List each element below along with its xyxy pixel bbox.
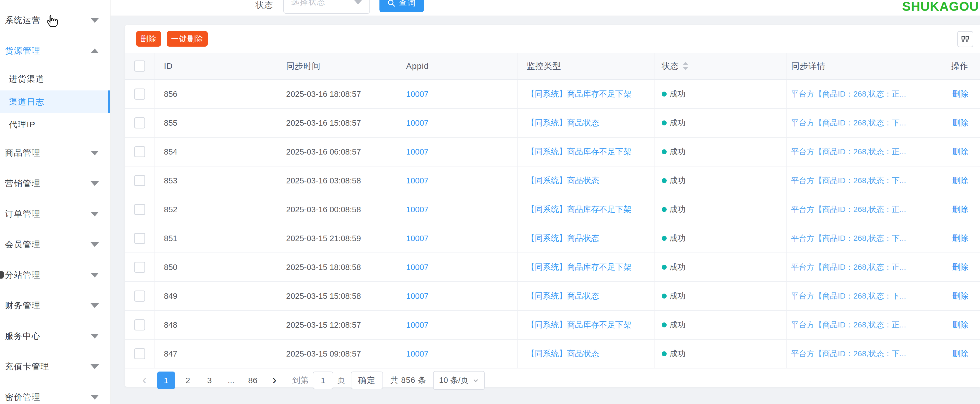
select-all-checkbox[interactable] <box>134 60 145 71</box>
cell-appid-link[interactable]: 10007 <box>397 166 518 195</box>
status-dot-icon <box>662 120 667 125</box>
cell-monitor-type-link[interactable]: 【同系统】商品库存不足下架 <box>518 195 655 223</box>
cell-monitor-type-link[interactable]: 【同系统】商品库存不足下架 <box>518 138 655 166</box>
row-delete-link[interactable]: 删除 <box>922 224 980 252</box>
row-checkbox[interactable] <box>134 175 145 186</box>
cell-appid-link[interactable]: 10007 <box>397 138 518 166</box>
cell-sync-time: 2025-03-16 03:08:58 <box>277 166 397 195</box>
goto-label: 到第 <box>292 375 309 386</box>
cell-status: 成功 <box>655 109 787 137</box>
row-checkbox[interactable] <box>134 319 145 331</box>
cell-appid-link[interactable]: 10007 <box>397 253 518 281</box>
cell-sync-detail-link[interactable]: 平台方【商品ID：268,状态：正... <box>787 311 922 339</box>
cell-monitor-type-link[interactable]: 【同系统】商品状态 <box>518 109 655 137</box>
sidebar-item[interactable]: 财务管理 <box>0 290 110 321</box>
page-number-button[interactable]: 2 <box>179 372 197 389</box>
row-delete-link[interactable]: 删除 <box>922 253 980 281</box>
row-delete-link[interactable]: 删除 <box>922 311 980 339</box>
total-count: 共 856 条 <box>390 375 426 386</box>
row-checkbox[interactable] <box>134 261 145 273</box>
cell-monitor-type-link[interactable]: 【同系统】商品库存不足下架 <box>518 80 655 108</box>
cell-appid-link[interactable]: 10007 <box>397 224 518 252</box>
cell-appid-link[interactable]: 10007 <box>397 80 518 108</box>
page-list: 123...86 <box>157 372 262 389</box>
prev-page-button[interactable]: ‹ <box>135 371 153 390</box>
chevron-down-icon <box>354 0 362 5</box>
goto-page-input[interactable] <box>313 372 333 389</box>
page-number-button[interactable]: 1 <box>157 372 175 389</box>
chevron-down-icon <box>91 364 99 369</box>
cell-sync-time: 2025-03-15 09:08:57 <box>277 340 397 368</box>
sidebar-subitem[interactable]: 进货渠道 <box>0 68 110 90</box>
next-page-button[interactable]: › <box>266 371 283 390</box>
row-delete-link[interactable]: 删除 <box>922 282 980 310</box>
cell-appid-link[interactable]: 10007 <box>397 340 518 368</box>
sidebar-item[interactable]: 服务中心 <box>0 321 110 351</box>
cell-appid-link[interactable]: 10007 <box>397 282 518 310</box>
cell-sync-detail-link[interactable]: 平台方【商品ID：268,状态：下... <box>787 282 922 310</box>
row-delete-link[interactable]: 删除 <box>922 80 980 108</box>
column-settings-button[interactable] <box>957 31 973 47</box>
cell-sync-detail-link[interactable]: 平台方【商品ID：268,状态：下... <box>787 340 922 368</box>
search-button[interactable]: 查询 <box>379 0 424 12</box>
cell-appid-link[interactable]: 10007 <box>397 311 518 339</box>
sidebar-item[interactable]: 充值卡管理 <box>0 351 110 382</box>
cell-status: 成功 <box>655 80 787 108</box>
cell-sync-detail-link[interactable]: 平台方【商品ID：268,状态：正... <box>787 195 922 223</box>
cell-sync-time: 2025-03-16 18:08:57 <box>277 80 397 108</box>
page-size-select[interactable]: 10 条/页 <box>433 371 485 390</box>
sidebar-item[interactable]: 订单管理 <box>0 199 110 229</box>
sidebar-item[interactable]: 密价管理 <box>0 382 110 404</box>
sidebar-item[interactable]: 会员管理 <box>0 229 110 260</box>
sidebar-subitem[interactable]: 代理IP <box>0 113 110 136</box>
cell-monitor-type-link[interactable]: 【同系统】商品库存不足下架 <box>518 311 655 339</box>
row-checkbox[interactable] <box>134 348 145 359</box>
row-delete-link[interactable]: 删除 <box>922 109 980 137</box>
cell-sync-detail-link[interactable]: 平台方【商品ID：268,状态：下... <box>787 109 922 137</box>
row-checkbox[interactable] <box>134 117 145 128</box>
cell-monitor-type-link[interactable]: 【同系统】商品状态 <box>518 282 655 310</box>
cell-monitor-type-link[interactable]: 【同系统】商品状态 <box>518 166 655 195</box>
table-row: 8562025-03-16 18:08:5710007【同系统】商品库存不足下架… <box>125 80 980 109</box>
row-delete-link[interactable]: 删除 <box>922 166 980 195</box>
delete-button[interactable]: 删除 <box>136 31 161 47</box>
table-card: 删除 一键删除 ID 同步时间 Appid <box>125 25 980 387</box>
row-delete-link[interactable]: 删除 <box>922 340 980 368</box>
row-delete-link[interactable]: 删除 <box>922 195 980 223</box>
cell-sync-detail-link[interactable]: 平台方【商品ID：268,状态：正... <box>787 253 922 281</box>
chevron-down-icon <box>91 273 99 277</box>
cell-sync-detail-link[interactable]: 平台方【商品ID：268,状态：正... <box>787 138 922 166</box>
batch-delete-button[interactable]: 一键删除 <box>167 31 208 47</box>
sidebar-item[interactable]: 分站管理 <box>0 260 110 290</box>
cell-appid-link[interactable]: 10007 <box>397 109 518 137</box>
sidebar-item[interactable]: 货源管理 <box>0 35 110 66</box>
cell-sync-time: 2025-03-16 15:08:57 <box>277 109 397 137</box>
filter-bar: 状态 选择状态 查询 SHUKAGOU <box>111 0 980 16</box>
sort-icon[interactable] <box>683 62 688 70</box>
cell-sync-detail-link[interactable]: 平台方【商品ID：268,状态：正... <box>787 80 922 108</box>
row-checkbox[interactable] <box>134 233 145 244</box>
cell-monitor-type-link[interactable]: 【同系统】商品库存不足下架 <box>518 253 655 281</box>
cell-appid-link[interactable]: 10007 <box>397 195 518 223</box>
cell-status: 成功 <box>655 166 787 195</box>
chevron-down-icon <box>91 242 99 247</box>
page-number-button[interactable]: 86 <box>244 372 262 389</box>
pagination: ‹ 123...86 › 到第 页 确定 共 856 条 10 条/页 <box>125 369 980 392</box>
chevron-down-icon <box>91 212 99 216</box>
row-checkbox[interactable] <box>134 204 145 215</box>
row-checkbox[interactable] <box>134 290 145 302</box>
sidebar-item[interactable]: 商品管理 <box>0 138 110 168</box>
row-checkbox[interactable] <box>134 89 145 100</box>
status-select[interactable]: 选择状态 <box>283 0 370 14</box>
confirm-page-button[interactable]: 确定 <box>351 372 383 389</box>
cell-monitor-type-link[interactable]: 【同系统】商品状态 <box>518 340 655 368</box>
page-number-button[interactable]: 3 <box>200 372 218 389</box>
sidebar-subitem[interactable]: 渠道日志 <box>0 90 110 113</box>
cell-sync-detail-link[interactable]: 平台方【商品ID：268,状态：下... <box>787 224 922 252</box>
sidebar-item[interactable]: 营销管理 <box>0 168 110 199</box>
cell-sync-detail-link[interactable]: 平台方【商品ID：268,状态：下... <box>787 166 922 195</box>
cell-monitor-type-link[interactable]: 【同系统】商品状态 <box>518 224 655 252</box>
header-status[interactable]: 状态 <box>655 53 787 79</box>
row-delete-link[interactable]: 删除 <box>922 138 980 166</box>
row-checkbox[interactable] <box>134 146 145 157</box>
